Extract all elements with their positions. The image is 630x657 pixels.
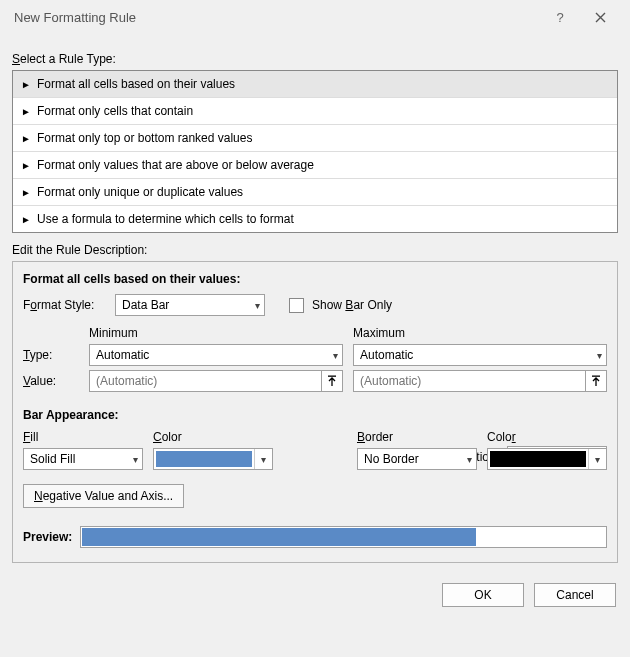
show-bar-only-checkbox[interactable] xyxy=(289,298,304,313)
border-value: No Border xyxy=(364,452,419,466)
maximum-type-select[interactable]: Automatic ▾ xyxy=(353,344,607,366)
rule-type-label: Format only cells that contain xyxy=(37,104,193,118)
edit-rule-description-label: Edit the Rule Description: xyxy=(12,243,618,257)
border-label: Border xyxy=(357,430,477,444)
chevron-down-icon: ▾ xyxy=(333,350,338,361)
border-color-label: Color xyxy=(487,430,607,444)
rule-type-label: Format only unique or duplicate values xyxy=(37,185,243,199)
chevron-down-icon: ▾ xyxy=(467,454,472,465)
rule-type-label: Format all cells based on their values xyxy=(37,77,235,91)
maximum-value-input[interactable] xyxy=(353,370,585,392)
preview-bar xyxy=(82,528,475,546)
negative-value-axis-button[interactable]: Negative Value and Axis... xyxy=(23,484,184,508)
minimum-type-value: Automatic xyxy=(96,348,149,362)
minimum-type-select[interactable]: Automatic ▾ xyxy=(89,344,343,366)
fill-color-label: Color xyxy=(153,430,273,444)
rule-type-item[interactable]: ► Format only cells that contain xyxy=(13,98,617,125)
minimum-header: Minimum xyxy=(89,326,343,340)
bullet-icon: ► xyxy=(21,214,31,225)
fill-value: Solid Fill xyxy=(30,452,75,466)
value-label: Value: xyxy=(23,374,79,388)
maximum-type-value: Automatic xyxy=(360,348,413,362)
preview-box xyxy=(80,526,607,548)
border-color-select[interactable]: ▾ xyxy=(487,448,607,470)
range-picker-icon xyxy=(590,375,602,387)
dialog-footer: OK Cancel xyxy=(0,573,630,607)
chevron-down-icon: ▾ xyxy=(254,449,272,469)
bar-appearance-header: Bar Appearance: xyxy=(23,408,607,422)
fill-label: Fill xyxy=(23,430,143,444)
range-picker-button[interactable] xyxy=(585,370,607,392)
rule-description-panel: Format all cells based on their values: … xyxy=(12,261,618,563)
rule-type-label: Use a formula to determine which cells t… xyxy=(37,212,294,226)
bullet-icon: ► xyxy=(21,133,31,144)
window-title: New Formatting Rule xyxy=(14,10,540,25)
rule-type-list: ► Format all cells based on their values… xyxy=(12,70,618,233)
bullet-icon: ► xyxy=(21,160,31,171)
svg-rect-0 xyxy=(328,376,336,377)
rule-type-item[interactable]: ► Format only values that are above or b… xyxy=(13,152,617,179)
maximum-header: Maximum xyxy=(353,326,607,340)
fill-color-select[interactable]: ▾ xyxy=(153,448,273,470)
rule-type-item[interactable]: ► Format only top or bottom ranked value… xyxy=(13,125,617,152)
chevron-down-icon: ▾ xyxy=(133,454,138,465)
bullet-icon: ► xyxy=(21,187,31,198)
rule-type-label: Format only top or bottom ranked values xyxy=(37,131,252,145)
close-icon xyxy=(595,12,606,23)
show-bar-only-label: Show Bar Only xyxy=(312,298,392,312)
minimum-value-input[interactable] xyxy=(89,370,321,392)
svg-rect-1 xyxy=(592,376,600,377)
color-swatch xyxy=(156,451,252,467)
title-bar: New Formatting Rule ? xyxy=(0,0,630,34)
cancel-button[interactable]: Cancel xyxy=(534,583,616,607)
type-label: Type: xyxy=(23,348,79,362)
fill-select[interactable]: Solid Fill ▾ xyxy=(23,448,143,470)
chevron-down-icon: ▾ xyxy=(597,350,602,361)
format-style-select[interactable]: Data Bar ▾ xyxy=(115,294,265,316)
bullet-icon: ► xyxy=(21,79,31,90)
format-style-value: Data Bar xyxy=(122,298,169,312)
chevron-down-icon: ▾ xyxy=(588,449,606,469)
rule-type-item[interactable]: ► Format all cells based on their values xyxy=(13,71,617,98)
rule-type-item[interactable]: ► Use a formula to determine which cells… xyxy=(13,206,617,232)
bullet-icon: ► xyxy=(21,106,31,117)
range-picker-button[interactable] xyxy=(321,370,343,392)
color-swatch xyxy=(490,451,586,467)
help-button[interactable]: ? xyxy=(540,2,580,32)
format-style-label: Format Style: xyxy=(23,298,107,312)
format-all-header: Format all cells based on their values: xyxy=(23,272,607,286)
rule-type-item[interactable]: ► Format only unique or duplicate values xyxy=(13,179,617,206)
border-select[interactable]: No Border ▾ xyxy=(357,448,477,470)
rule-type-label: Format only values that are above or bel… xyxy=(37,158,314,172)
select-rule-type-label: Select a Rule Type: xyxy=(12,52,618,66)
preview-label: Preview: xyxy=(23,530,72,544)
ok-button[interactable]: OK xyxy=(442,583,524,607)
range-picker-icon xyxy=(326,375,338,387)
close-button[interactable] xyxy=(580,2,620,32)
chevron-down-icon: ▾ xyxy=(255,300,260,311)
